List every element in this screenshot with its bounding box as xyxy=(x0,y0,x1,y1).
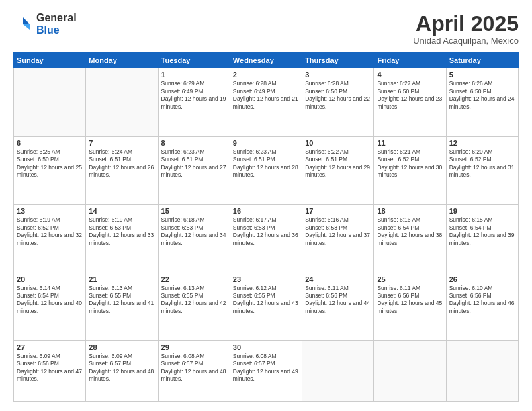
calendar-cell: 4Sunrise: 6:27 AMSunset: 6:50 PMDaylight… xyxy=(374,68,446,136)
day-number: 3 xyxy=(305,71,371,79)
day-number: 7 xyxy=(89,139,154,147)
header: General Blue April 2025 Unidad Acaquilpa… xyxy=(13,12,519,46)
day-number: 13 xyxy=(17,207,83,215)
calendar-cell: 26Sunrise: 6:10 AMSunset: 6:56 PMDayligh… xyxy=(446,273,518,340)
calendar-cell: 15Sunrise: 6:18 AMSunset: 6:53 PMDayligh… xyxy=(158,205,230,273)
day-number: 24 xyxy=(305,275,371,283)
calendar-cell: 2Sunrise: 6:28 AMSunset: 6:49 PMDaylight… xyxy=(230,68,302,136)
calendar-cell: 6Sunrise: 6:25 AMSunset: 6:50 PMDaylight… xyxy=(14,136,86,204)
logo-text: General Blue xyxy=(36,12,77,36)
day-number: 14 xyxy=(89,207,154,215)
calendar-cell: 23Sunrise: 6:12 AMSunset: 6:55 PMDayligh… xyxy=(230,273,302,340)
weekday-header: Friday xyxy=(374,53,446,68)
day-info: Sunrise: 6:21 AMSunset: 6:52 PMDaylight:… xyxy=(377,148,443,179)
day-number: 2 xyxy=(233,71,299,79)
day-info: Sunrise: 6:11 AMSunset: 6:56 PMDaylight:… xyxy=(305,285,371,316)
calendar-cell xyxy=(374,341,446,402)
day-info: Sunrise: 6:23 AMSunset: 6:51 PMDaylight:… xyxy=(161,148,227,179)
day-number: 11 xyxy=(377,139,443,147)
day-info: Sunrise: 6:09 AMSunset: 6:57 PMDaylight:… xyxy=(89,353,154,383)
calendar-header-row: SundayMondayTuesdayWednesdayThursdayFrid… xyxy=(14,53,519,68)
day-number: 16 xyxy=(233,207,299,215)
day-info: Sunrise: 6:08 AMSunset: 6:57 PMDaylight:… xyxy=(161,353,227,383)
calendar-week-row: 6Sunrise: 6:25 AMSunset: 6:50 PMDaylight… xyxy=(14,136,519,204)
calendar-cell: 29Sunrise: 6:08 AMSunset: 6:57 PMDayligh… xyxy=(158,341,230,402)
day-info: Sunrise: 6:23 AMSunset: 6:51 PMDaylight:… xyxy=(233,148,299,179)
day-info: Sunrise: 6:28 AMSunset: 6:50 PMDaylight:… xyxy=(305,80,371,111)
day-number: 15 xyxy=(161,207,227,215)
calendar-cell: 13Sunrise: 6:19 AMSunset: 6:52 PMDayligh… xyxy=(14,205,86,273)
calendar-cell: 19Sunrise: 6:15 AMSunset: 6:54 PMDayligh… xyxy=(446,205,518,273)
calendar-cell: 3Sunrise: 6:28 AMSunset: 6:50 PMDaylight… xyxy=(302,68,374,136)
calendar-cell xyxy=(302,341,374,402)
day-number: 4 xyxy=(377,71,443,79)
calendar-cell: 11Sunrise: 6:21 AMSunset: 6:52 PMDayligh… xyxy=(374,136,446,204)
weekday-header: Sunday xyxy=(14,53,86,68)
calendar-cell xyxy=(14,68,86,136)
weekday-header: Tuesday xyxy=(158,53,230,68)
weekday-header: Thursday xyxy=(302,53,374,68)
calendar-cell: 17Sunrise: 6:16 AMSunset: 6:53 PMDayligh… xyxy=(302,205,374,273)
logo-icon xyxy=(13,15,32,34)
calendar-week-row: 1Sunrise: 6:29 AMSunset: 6:49 PMDaylight… xyxy=(14,68,519,136)
day-info: Sunrise: 6:13 AMSunset: 6:55 PMDaylight:… xyxy=(161,285,227,316)
calendar-cell: 25Sunrise: 6:11 AMSunset: 6:56 PMDayligh… xyxy=(374,273,446,340)
day-number: 12 xyxy=(449,139,515,147)
day-number: 9 xyxy=(233,139,299,147)
calendar-cell xyxy=(86,68,158,136)
day-number: 26 xyxy=(449,275,515,283)
day-info: Sunrise: 6:19 AMSunset: 6:52 PMDaylight:… xyxy=(17,216,83,247)
day-info: Sunrise: 6:16 AMSunset: 6:53 PMDaylight:… xyxy=(305,216,371,247)
calendar-cell: 16Sunrise: 6:17 AMSunset: 6:53 PMDayligh… xyxy=(230,205,302,273)
day-number: 18 xyxy=(377,207,443,215)
svg-marker-0 xyxy=(23,17,30,24)
weekday-header: Wednesday xyxy=(230,53,302,68)
calendar-week-row: 20Sunrise: 6:14 AMSunset: 6:54 PMDayligh… xyxy=(14,273,519,340)
day-number: 8 xyxy=(161,139,227,147)
calendar-cell xyxy=(446,341,518,402)
day-info: Sunrise: 6:13 AMSunset: 6:55 PMDaylight:… xyxy=(89,285,154,316)
day-number: 23 xyxy=(233,275,299,283)
day-number: 28 xyxy=(89,343,154,351)
calendar-cell: 1Sunrise: 6:29 AMSunset: 6:49 PMDaylight… xyxy=(158,68,230,136)
weekday-header: Saturday xyxy=(446,53,518,68)
calendar-cell: 22Sunrise: 6:13 AMSunset: 6:55 PMDayligh… xyxy=(158,273,230,340)
day-info: Sunrise: 6:10 AMSunset: 6:56 PMDaylight:… xyxy=(449,285,515,316)
day-number: 27 xyxy=(17,343,83,351)
page: General Blue April 2025 Unidad Acaquilpa… xyxy=(0,0,532,411)
day-info: Sunrise: 6:24 AMSunset: 6:51 PMDaylight:… xyxy=(89,148,154,179)
day-number: 5 xyxy=(449,71,515,79)
main-title: April 2025 xyxy=(413,12,519,36)
day-info: Sunrise: 6:22 AMSunset: 6:51 PMDaylight:… xyxy=(305,148,371,179)
calendar-table: SundayMondayTuesdayWednesdayThursdayFrid… xyxy=(13,52,519,402)
title-block: April 2025 Unidad Acaquilpan, Mexico xyxy=(413,12,519,46)
day-number: 20 xyxy=(17,275,83,283)
svg-marker-1 xyxy=(23,24,30,30)
calendar-cell: 7Sunrise: 6:24 AMSunset: 6:51 PMDaylight… xyxy=(86,136,158,204)
calendar-cell: 27Sunrise: 6:09 AMSunset: 6:56 PMDayligh… xyxy=(14,341,86,402)
calendar-week-row: 13Sunrise: 6:19 AMSunset: 6:52 PMDayligh… xyxy=(14,205,519,273)
day-info: Sunrise: 6:20 AMSunset: 6:52 PMDaylight:… xyxy=(449,148,515,179)
day-info: Sunrise: 6:15 AMSunset: 6:54 PMDaylight:… xyxy=(449,216,515,247)
calendar-cell: 14Sunrise: 6:19 AMSunset: 6:53 PMDayligh… xyxy=(86,205,158,273)
day-number: 19 xyxy=(449,207,515,215)
day-info: Sunrise: 6:16 AMSunset: 6:54 PMDaylight:… xyxy=(377,216,443,247)
day-info: Sunrise: 6:29 AMSunset: 6:49 PMDaylight:… xyxy=(161,80,227,111)
day-info: Sunrise: 6:09 AMSunset: 6:56 PMDaylight:… xyxy=(17,353,83,383)
day-info: Sunrise: 6:14 AMSunset: 6:54 PMDaylight:… xyxy=(17,285,83,316)
calendar-cell: 5Sunrise: 6:26 AMSunset: 6:50 PMDaylight… xyxy=(446,68,518,136)
day-info: Sunrise: 6:12 AMSunset: 6:55 PMDaylight:… xyxy=(233,285,299,316)
day-info: Sunrise: 6:17 AMSunset: 6:53 PMDaylight:… xyxy=(233,216,299,247)
day-info: Sunrise: 6:19 AMSunset: 6:53 PMDaylight:… xyxy=(89,216,154,247)
day-number: 1 xyxy=(161,71,227,79)
calendar-cell: 18Sunrise: 6:16 AMSunset: 6:54 PMDayligh… xyxy=(374,205,446,273)
day-number: 6 xyxy=(17,139,83,147)
weekday-header: Monday xyxy=(86,53,158,68)
day-number: 22 xyxy=(161,275,227,283)
calendar-cell: 21Sunrise: 6:13 AMSunset: 6:55 PMDayligh… xyxy=(86,273,158,340)
day-info: Sunrise: 6:08 AMSunset: 6:57 PMDaylight:… xyxy=(233,353,299,383)
calendar-cell: 12Sunrise: 6:20 AMSunset: 6:52 PMDayligh… xyxy=(446,136,518,204)
calendar-cell: 30Sunrise: 6:08 AMSunset: 6:57 PMDayligh… xyxy=(230,341,302,402)
day-info: Sunrise: 6:28 AMSunset: 6:49 PMDaylight:… xyxy=(233,80,299,111)
day-info: Sunrise: 6:11 AMSunset: 6:56 PMDaylight:… xyxy=(377,285,443,316)
